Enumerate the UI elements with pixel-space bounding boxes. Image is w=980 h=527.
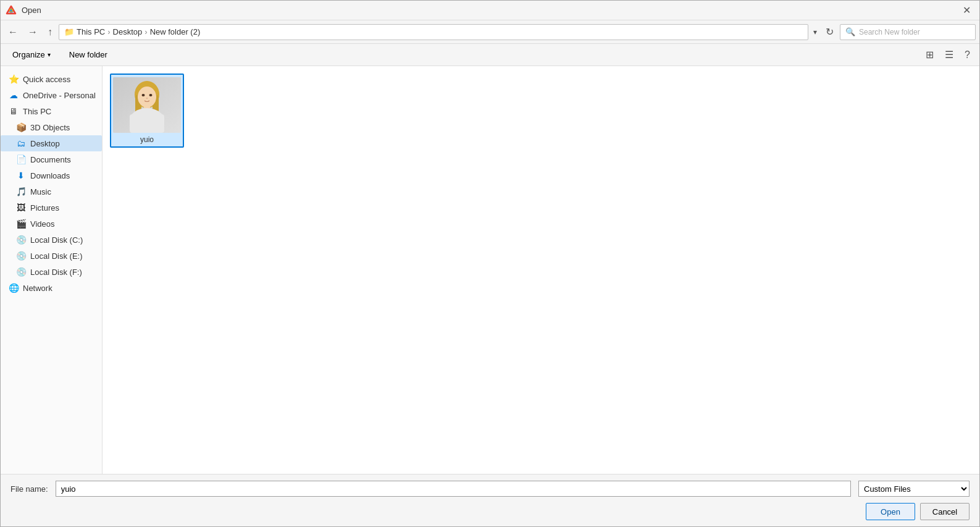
addressbar: ← → ↑ 📁 This PC › Desktop › New folder (…: [1, 20, 979, 44]
sidebar-item-onedrive[interactable]: ☁ OneDrive - Personal: [1, 87, 102, 103]
this-pc-icon: 🖥: [8, 106, 19, 117]
toolbar-right: ⊞ ☰ ?: [921, 46, 974, 63]
help-button[interactable]: ?: [960, 47, 974, 63]
file-thumbnail-yuio: [113, 77, 181, 133]
sidebar-item-label-local-disk-e: Local Disk (E:): [30, 251, 83, 261]
address-dropdown-button[interactable]: ▾: [811, 25, 819, 39]
sidebar-item-network[interactable]: 🌐 Network: [1, 280, 102, 296]
svg-point-11: [146, 98, 148, 99]
sidebar-item-label-documents: Documents: [30, 155, 71, 164]
sidebar-item-label-quick-access: Quick access: [23, 75, 70, 84]
open-button[interactable]: Open: [866, 503, 915, 520]
sidebar-item-desktop[interactable]: 🗂 Desktop: [1, 135, 102, 151]
path-new-folder: New folder (2): [150, 27, 201, 36]
sidebar-item-label-network: Network: [23, 284, 52, 293]
filename-input[interactable]: [56, 481, 851, 497]
cancel-button[interactable]: Cancel: [920, 503, 970, 520]
titlebar-title: Open: [22, 6, 954, 15]
svg-point-10: [149, 94, 153, 96]
action-row: Open Cancel: [10, 503, 970, 520]
main-area: ⭐ Quick access ☁ OneDrive - Personal 🖥 T…: [1, 66, 979, 474]
toolbar: Organize ▾ New folder ⊞ ☰ ?: [1, 44, 979, 66]
bottom-bar: File name: Custom Files All Files Open C…: [1, 474, 979, 526]
address-path[interactable]: 📁 This PC › Desktop › New folder (2): [59, 24, 808, 40]
sidebar-item-label-3d-objects: 3D Objects: [30, 123, 70, 132]
sidebar-item-documents[interactable]: 📄 Documents: [1, 151, 102, 167]
file-item-yuio[interactable]: yuio: [110, 74, 184, 148]
sidebar-item-label-music: Music: [30, 187, 51, 196]
desktop-icon: 🗂: [15, 138, 27, 149]
search-placeholder: Search New folder: [859, 28, 920, 36]
filename-label: File name:: [10, 484, 48, 494]
new-folder-label: New folder: [69, 50, 107, 59]
back-button[interactable]: ←: [4, 24, 22, 40]
filetype-select[interactable]: Custom Files All Files: [858, 481, 970, 497]
forward-button[interactable]: →: [24, 24, 41, 40]
sidebar-item-downloads[interactable]: ⬇ Downloads: [1, 167, 102, 183]
sidebar-item-label-local-disk-f: Local Disk (F:): [30, 268, 82, 277]
local-disk-e-icon: 💿: [15, 250, 27, 261]
content-area: yuio: [103, 66, 979, 474]
quick-access-icon: ⭐: [8, 74, 19, 85]
videos-icon: 🎬: [15, 218, 27, 229]
organize-label: Organize: [12, 50, 45, 59]
svg-rect-14: [130, 114, 164, 133]
path-desktop: Desktop: [113, 27, 143, 36]
sidebar-item-local-disk-e[interactable]: 💿 Local Disk (E:): [1, 248, 102, 264]
view-list-button[interactable]: ☰: [940, 46, 958, 63]
path-icon: 📁: [64, 27, 74, 36]
search-icon: 🔍: [845, 27, 855, 36]
search-box[interactable]: 🔍 Search New folder: [840, 24, 976, 40]
path-this-pc: This PC: [77, 27, 105, 36]
sidebar-item-label-videos: Videos: [30, 219, 55, 229]
sidebar-item-label-desktop: Desktop: [30, 139, 60, 148]
sidebar-item-music[interactable]: 🎵 Music: [1, 183, 102, 200]
sidebar-item-pictures[interactable]: 🖼 Pictures: [1, 200, 102, 216]
sidebar-item-label-downloads: Downloads: [30, 171, 70, 180]
sidebar-item-label-onedrive: OneDrive - Personal: [23, 91, 96, 100]
svg-point-9: [142, 94, 145, 96]
music-icon: 🎵: [15, 186, 27, 197]
3d-objects-icon: 📦: [15, 122, 27, 133]
onedrive-icon: ☁: [8, 90, 19, 101]
sidebar-item-label-pictures: Pictures: [30, 203, 59, 213]
network-icon: 🌐: [8, 282, 19, 293]
downloads-icon: ⬇: [15, 170, 27, 181]
pictures-icon: 🖼: [15, 202, 27, 213]
local-disk-c-icon: 💿: [15, 234, 27, 245]
chrome-icon: [6, 5, 17, 16]
filename-row: File name: Custom Files All Files: [10, 481, 970, 497]
local-disk-f-icon: 💿: [15, 266, 27, 277]
sidebar-item-local-disk-f[interactable]: 💿 Local Disk (F:): [1, 264, 102, 280]
up-button[interactable]: ↑: [44, 24, 56, 40]
file-name-yuio: yuio: [140, 135, 154, 144]
svg-point-3: [10, 9, 12, 11]
svg-point-8: [138, 86, 156, 108]
sidebar-item-label-local-disk-c: Local Disk (C:): [30, 235, 83, 245]
sidebar-item-videos[interactable]: 🎬 Videos: [1, 216, 102, 232]
sidebar-item-label-this-pc: This PC: [23, 107, 51, 116]
documents-icon: 📄: [15, 154, 27, 165]
new-folder-button[interactable]: New folder: [62, 48, 114, 62]
sidebar: ⭐ Quick access ☁ OneDrive - Personal 🖥 T…: [1, 66, 103, 474]
open-dialog: Open ✕ ← → ↑ 📁 This PC › Desktop › New f…: [0, 0, 980, 527]
titlebar: Open ✕: [1, 1, 979, 20]
sidebar-item-3d-objects[interactable]: 📦 3D Objects: [1, 119, 102, 135]
person-figure: [113, 77, 181, 133]
sidebar-item-quick-access[interactable]: ⭐ Quick access: [1, 71, 102, 87]
sidebar-item-local-disk-c[interactable]: 💿 Local Disk (C:): [1, 232, 102, 248]
organize-arrow: ▾: [48, 51, 51, 58]
view-thumbnail-button[interactable]: ⊞: [921, 46, 938, 63]
close-button[interactable]: ✕: [959, 3, 974, 17]
refresh-button[interactable]: ↻: [822, 23, 837, 40]
person-svg: [113, 77, 181, 133]
organize-button[interactable]: Organize ▾: [6, 48, 57, 62]
sidebar-item-this-pc[interactable]: 🖥 This PC: [1, 103, 102, 119]
